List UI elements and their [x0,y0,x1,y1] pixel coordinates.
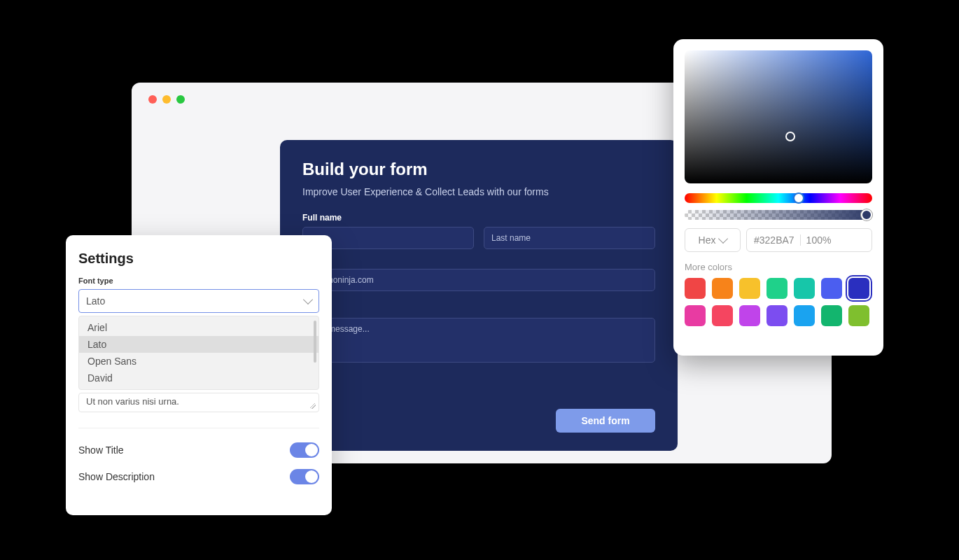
hue-slider[interactable] [685,193,872,203]
color-swatch[interactable] [712,305,733,326]
color-swatch-grid [685,278,872,326]
fullname-label: Full name [302,213,655,223]
chevron-down-icon [718,234,728,244]
hex-value: #322BA7 [754,234,794,246]
window-minimize-icon[interactable] [162,95,171,104]
alpha-slider[interactable] [685,210,872,220]
alpha-value: 100% [806,234,832,246]
sample-text-input[interactable]: Ut non varius nisi urna. [78,393,319,412]
sv-picker-handle[interactable] [785,132,795,141]
color-swatch[interactable] [848,305,869,326]
font-select-value: Lato [86,295,105,307]
color-swatch[interactable] [685,305,706,326]
divider [800,234,801,246]
color-swatch[interactable] [794,305,815,326]
font-option[interactable]: Open Sans [79,353,318,370]
settings-panel: Settings Font type Lato Ariel Lato Open … [66,235,332,515]
saturation-value-picker[interactable] [685,50,872,183]
font-dropdown: Ariel Lato Open Sans David [78,316,319,390]
show-description-toggle[interactable] [290,469,319,484]
form-preview-card: Build your form Improve User Experience … [280,140,678,451]
font-option[interactable]: Ariel [79,319,318,336]
window-close-icon[interactable] [148,95,157,104]
alpha-slider-handle[interactable] [861,209,872,220]
send-form-button[interactable]: Send form [556,409,655,433]
color-swatch[interactable] [766,305,788,326]
hue-slider-handle[interactable] [793,192,804,204]
color-swatch[interactable] [685,278,706,299]
color-swatch[interactable] [739,305,760,326]
color-swatch[interactable] [848,278,869,299]
divider [78,428,319,428]
font-option[interactable]: David [79,370,318,386]
hex-input[interactable]: #322BA7 100% [746,228,872,252]
show-title-toggle[interactable] [290,442,319,458]
color-swatch[interactable] [766,278,788,299]
show-description-label: Show Description [78,471,155,482]
email-input[interactable]: commoninja.com [302,269,655,291]
settings-title: Settings [78,251,319,267]
more-colors-label: More colors [685,262,872,272]
color-swatch[interactable] [794,278,815,299]
font-select[interactable]: Lato [78,289,319,313]
window-zoom-icon[interactable] [176,95,185,104]
font-option[interactable]: Lato [79,336,318,353]
color-swatch[interactable] [821,305,842,326]
chevron-down-icon [303,295,313,304]
form-subtitle: Improve User Experience & Collect Leads … [302,186,655,197]
color-mode-value: Hex [699,234,716,246]
color-swatch[interactable] [739,278,760,299]
show-title-label: Show Title [78,444,124,456]
message-label: e [302,304,655,314]
color-mode-select[interactable]: Hex [685,228,741,252]
color-swatch[interactable] [821,278,842,299]
font-type-label: Font type [78,276,319,285]
color-swatch[interactable] [712,278,733,299]
message-textarea[interactable]: us a message... [302,318,655,363]
color-picker-panel: Hex #322BA7 100% More colors [673,39,883,356]
dropdown-scrollbar[interactable] [314,321,316,363]
last-name-input[interactable]: Last name [484,227,655,249]
form-title: Build your form [302,160,655,179]
